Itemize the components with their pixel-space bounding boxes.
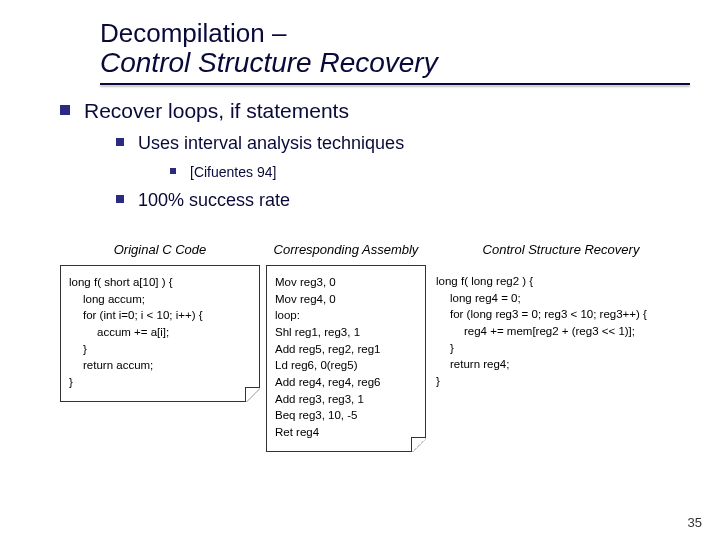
code-line: } <box>69 341 251 358</box>
code-line: for (long reg3 = 0; reg3 < 10; reg3++) { <box>436 306 686 323</box>
bullet-text: 100% success rate <box>138 190 290 211</box>
code-line: reg4 += mem[reg2 + (reg3 << 1)]; <box>436 323 686 340</box>
code-line: Beq reg3, 10, -5 <box>275 409 357 421</box>
page-number: 35 <box>688 515 702 530</box>
title-line2: Control Structure Recovery <box>100 47 690 79</box>
code-line: long f( long reg2 ) { <box>436 275 533 287</box>
bullet-level2: Uses interval analysis techniques <box>116 133 690 154</box>
columns: Original C Code long f( short a[10] ) { … <box>60 225 690 452</box>
code-line: long accum; <box>69 291 251 308</box>
bullet-level3: [Cifuentes 94] <box>170 164 690 180</box>
code-line: return reg4; <box>436 356 686 373</box>
code-line: long f( short a[10] ) { <box>69 276 173 288</box>
title-underline <box>100 83 690 85</box>
code-line: Shl reg1, reg3, 1 <box>275 326 360 338</box>
bullet-text: [Cifuentes 94] <box>190 164 276 180</box>
code-box-original: long f( short a[10] ) { long accum;for (… <box>60 265 260 402</box>
code-line: } <box>69 376 73 388</box>
code-line: Add reg5, reg2, reg1 <box>275 343 381 355</box>
bullet-level2: 100% success rate <box>116 190 690 211</box>
code-line: Mov reg3, 0 <box>275 276 336 288</box>
title-line1: Decompilation – <box>100 18 690 49</box>
bullet-text: Uses interval analysis techniques <box>138 133 404 154</box>
column-assembly: Corresponding Assembly Mov reg3, 0 Mov r… <box>266 225 426 452</box>
column-header: Corresponding Assembly <box>266 225 426 257</box>
column-header: Original C Code <box>60 225 260 257</box>
code-line: for (int i=0; i < 10; i++) { <box>69 307 251 324</box>
square-bullet-icon <box>170 168 176 174</box>
code-line: return accum; <box>69 357 251 374</box>
code-line: long reg4 = 0; <box>436 290 686 307</box>
bullet-text: Recover loops, if statements <box>84 99 349 123</box>
square-bullet-icon <box>116 138 124 146</box>
column-recovered: Control Structure Recovery long f( long … <box>432 225 690 452</box>
square-bullet-icon <box>60 105 70 115</box>
code-line: loop: <box>275 309 300 321</box>
code-line: Ld reg6, 0(reg5) <box>275 359 357 371</box>
code-line: Mov reg4, 0 <box>275 293 336 305</box>
code-line: Add reg3, reg3, 1 <box>275 393 364 405</box>
column-header: Control Structure Recovery <box>432 225 690 257</box>
title-block: Decompilation – Control Structure Recove… <box>100 18 690 85</box>
code-recovered: long f( long reg2 ) { long reg4 = 0;for … <box>432 265 690 400</box>
code-line: Add reg4, reg4, reg6 <box>275 376 381 388</box>
code-box-assembly: Mov reg3, 0 Mov reg4, 0 loop: Shl reg1, … <box>266 265 426 452</box>
slide: Decompilation – Control Structure Recove… <box>0 0 720 540</box>
code-line: accum += a[i]; <box>69 324 251 341</box>
code-line: Ret reg4 <box>275 426 319 438</box>
square-bullet-icon <box>116 195 124 203</box>
code-line: } <box>436 375 440 387</box>
code-line: } <box>436 340 686 357</box>
bullet-level1: Recover loops, if statements <box>60 99 690 123</box>
column-original-c: Original C Code long f( short a[10] ) { … <box>60 225 260 452</box>
